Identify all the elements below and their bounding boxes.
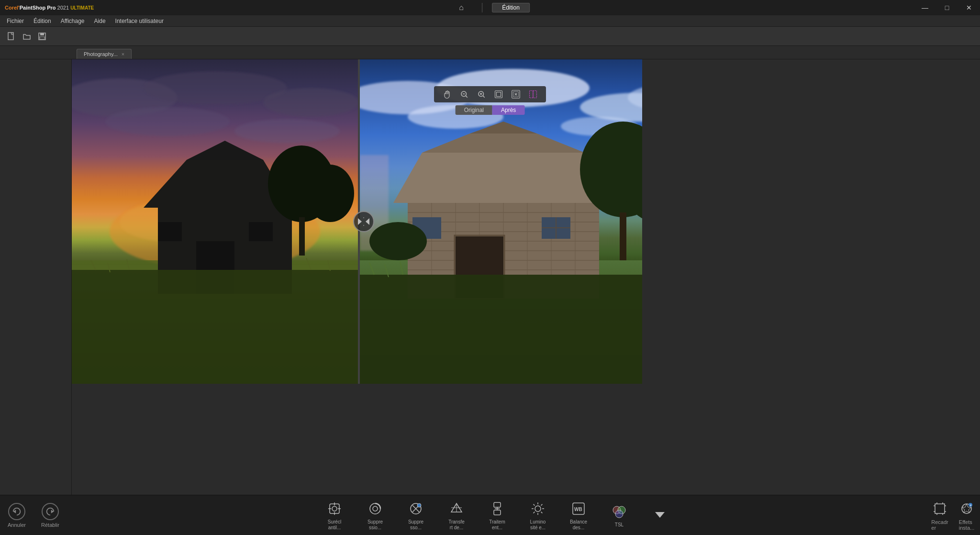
title-separator	[482, 3, 482, 12]
minimize-button[interactable]: —	[914, 0, 936, 15]
open-file-button[interactable]	[20, 30, 33, 43]
recadrer-button[interactable]: Recadrer	[931, 500, 948, 531]
annuler-icon	[8, 503, 25, 520]
svg-rect-3	[40, 37, 45, 39]
app-logo: Corel' PaintShop Pro 2021 ULTIMATE	[0, 5, 99, 11]
svg-line-122	[541, 504, 543, 505]
menu-bar: Fichier Édition Affichage Aide Interface…	[0, 15, 980, 27]
suppression2-icon	[407, 500, 424, 517]
center-toolbar	[434, 86, 546, 102]
close-button[interactable]: ✕	[958, 0, 980, 15]
menu-edition[interactable]: Édition	[29, 17, 56, 25]
balance-icon: WB	[570, 500, 587, 517]
save-icon	[38, 32, 46, 41]
image-canvas	[72, 59, 714, 384]
svg-line-10	[483, 96, 484, 97]
bottom-right-tools: Recadrer ✦ Effetsinsta...	[918, 500, 975, 531]
traitement-button[interactable]: Traitement...	[484, 500, 511, 531]
tab-filename: Photography...	[84, 51, 118, 57]
save-file-button[interactable]	[35, 30, 49, 43]
zoom-in-button[interactable]	[474, 88, 489, 100]
title-center: ⌂ Édition	[450, 0, 530, 15]
transfert-label: Transfert de...	[448, 519, 465, 531]
edition-tab[interactable]: Édition	[492, 3, 530, 12]
new-file-button[interactable]	[5, 30, 18, 43]
effets-icon: ✦	[958, 500, 975, 517]
hand-tool-button[interactable]	[440, 88, 454, 100]
menu-interface[interactable]: Interface utilisateur	[111, 17, 168, 25]
tab-close[interactable]: ×	[122, 51, 124, 57]
file-tab[interactable]: Photography... ×	[77, 49, 132, 59]
recadrer-icon	[931, 500, 948, 517]
svg-point-99	[332, 506, 337, 511]
zoom-out-button[interactable]	[457, 88, 471, 100]
svg-text:✦: ✦	[969, 504, 972, 507]
menu-aide[interactable]: Aide	[89, 17, 111, 25]
home-button[interactable]: ⌂	[450, 0, 472, 15]
tab-bar: Photography... ×	[0, 46, 980, 59]
suppression-icon	[367, 500, 384, 517]
svg-point-24	[105, 107, 230, 136]
tsl-button[interactable]: TSL	[606, 503, 633, 528]
retablir-button[interactable]: Rétablir	[38, 503, 62, 528]
svg-marker-46	[366, 218, 369, 225]
right-panel	[642, 59, 980, 535]
original-label[interactable]: Original	[456, 105, 492, 115]
select-icon	[529, 90, 537, 99]
svg-rect-16	[533, 91, 537, 98]
luminosite-button[interactable]: Luminosité e...	[525, 500, 551, 531]
actual-size-button[interactable]	[509, 88, 523, 100]
fit-icon	[494, 90, 503, 99]
app-year: 2021	[57, 5, 69, 11]
after-label[interactable]: Après	[492, 105, 524, 115]
svg-point-23	[263, 88, 358, 117]
svg-rect-2	[40, 33, 44, 35]
toolbar-left	[5, 30, 49, 43]
bottom-center-tools: Suréclantil... Suppressio...	[77, 500, 918, 531]
svg-marker-129	[655, 512, 665, 518]
svg-rect-39	[72, 270, 358, 384]
more-icon	[651, 506, 668, 523]
main-toolbar	[0, 27, 980, 46]
tsl-icon	[611, 503, 628, 520]
fit-view-button[interactable]	[491, 88, 506, 100]
svg-rect-112	[494, 510, 501, 515]
split-handle[interactable]	[353, 211, 374, 232]
balance-button[interactable]: WB Balancedes...	[566, 500, 592, 531]
svg-point-115	[535, 506, 541, 512]
menu-fichier[interactable]: Fichier	[2, 17, 29, 25]
hand-icon	[442, 89, 452, 99]
svg-point-37	[306, 165, 354, 222]
svg-point-88	[369, 222, 427, 260]
svg-rect-12	[497, 92, 501, 97]
svg-rect-35	[158, 222, 182, 241]
bottom-left-tools: Annuler Rétablir	[5, 503, 77, 528]
svg-line-123	[534, 512, 535, 513]
bottom-toolbar: Annuler Rétablir	[0, 495, 980, 535]
retablir-icon	[42, 503, 59, 520]
svg-point-107	[417, 503, 421, 507]
svg-line-120	[534, 504, 535, 505]
annuler-button[interactable]: Annuler	[5, 503, 29, 528]
actual-size-icon	[512, 90, 520, 99]
title-controls: — □ ✕	[914, 0, 980, 15]
original-image	[72, 59, 358, 384]
suppression2-button[interactable]: Suppresso...	[403, 500, 429, 531]
transfert-button[interactable]: Transfert de...	[444, 500, 470, 531]
transfert-icon	[448, 500, 465, 517]
suppression-button[interactable]: Suppressio...	[362, 500, 389, 531]
effets-button[interactable]: ✦ Effetsinsta...	[958, 500, 975, 531]
surech-button[interactable]: Suréclantil...	[322, 500, 348, 531]
more-button[interactable]	[647, 506, 673, 525]
suppression2-label: Suppresso...	[408, 519, 423, 531]
menu-affichage[interactable]: Affichage	[56, 17, 89, 25]
original-scene-svg	[72, 59, 358, 384]
select-tool-button[interactable]	[526, 88, 540, 100]
maximize-button[interactable]: □	[936, 0, 958, 15]
recadrer-label: Recadrer	[931, 519, 948, 531]
left-panel	[0, 59, 72, 535]
surech-label: Suréclantil...	[328, 519, 341, 531]
svg-text:WB: WB	[574, 507, 582, 512]
traitement-label: Traitement...	[489, 519, 505, 531]
new-icon	[7, 32, 16, 41]
